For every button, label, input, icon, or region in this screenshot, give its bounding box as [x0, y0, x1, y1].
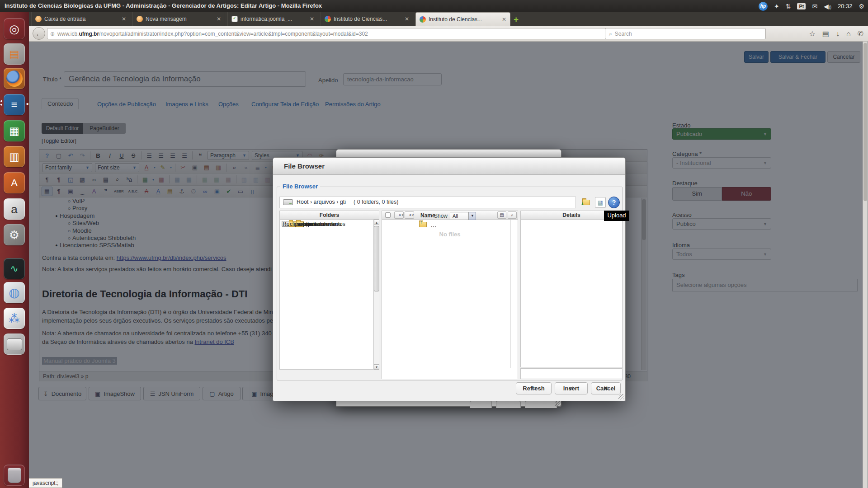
view-list-icon[interactable]: ▤ — [497, 211, 506, 219]
browser-scrollbar[interactable] — [863, 42, 868, 488]
tab-close-icon[interactable]: ✕ — [217, 16, 221, 22]
bookmark-star-icon[interactable]: ☆ — [809, 29, 815, 38]
launcher-item-amazon[interactable]: a — [4, 198, 25, 220]
upload-tooltip: Upload — [604, 211, 629, 221]
launcher-item-libreoffice-writer[interactable]: ≡ — [4, 94, 25, 115]
amazon-icon: a — [11, 203, 17, 215]
network-nodes-icon: ⁂ — [9, 313, 20, 324]
back-button[interactable]: ← — [33, 27, 45, 40]
volume-icon[interactable]: ◀)) — [824, 3, 831, 10]
unity-launcher: ◂◂ ◂ ◎▤≡▦▥Aa⚙∿◍⁂ — [0, 12, 29, 488]
hard-disk-icon — [7, 338, 22, 350]
new-folder-button[interactable]: + — [580, 197, 591, 208]
name-column-header[interactable]: Name — [420, 212, 435, 219]
browser-status-text: javascript:; — [29, 478, 62, 488]
clock[interactable]: 20:32 — [838, 3, 853, 9]
launcher-item-trash[interactable] — [4, 465, 25, 486]
bookmarks-panel-icon[interactable]: ▤ — [822, 29, 829, 38]
home-icon[interactable]: ⌂ — [846, 30, 851, 38]
scroll-down-icon[interactable]: ▼ — [374, 364, 379, 370]
browser-tab[interactable]: Caixa de entrada ✕ — [31, 12, 130, 26]
scroll-up-icon[interactable]: ▲ — [374, 220, 379, 225]
search-bar[interactable]: ⌕ Search — [605, 28, 766, 39]
launcher-item-libreoffice-impress[interactable]: ▥ — [4, 146, 25, 167]
breadcrumb[interactable]: Root › arquivos › gti — [297, 199, 346, 205]
launcher-item-network-nodes[interactable]: ⁂ — [4, 308, 25, 329]
folder-up-label[interactable]: ... — [431, 222, 437, 229]
modal-titlebar[interactable] — [273, 158, 625, 175]
insert-button[interactable]: ✔Insert — [555, 382, 588, 394]
launcher-item-libreoffice-calc[interactable]: ▦ — [4, 120, 25, 141]
tree-scrollbar[interactable]: ▲ ▼ — [373, 220, 379, 370]
nav-icons: ☆▤↓⌂✆ — [809, 26, 863, 42]
session-gear-icon[interactable]: ⚙ — [859, 3, 864, 10]
browser-tab[interactable]: Instituto de Ciencias... ✕ — [321, 12, 413, 26]
details-panel: Details — [520, 211, 623, 367]
file-archiver-icon: ▤ — [9, 49, 19, 60]
files-footer — [382, 368, 518, 379]
tab-close-icon[interactable]: ✕ — [502, 16, 506, 23]
hidden-dialog-button — [470, 401, 492, 408]
window-title: Instituto de Ciencias Biologicas da UFMG… — [5, 2, 322, 9]
upload-button[interactable]: ▤ ↑ — [595, 197, 606, 208]
folders-panel: Folders −Root−arquivos+academicoeeventos… — [279, 211, 379, 370]
tab-close-icon[interactable]: ✕ — [122, 16, 126, 22]
launcher-item-system-monitor[interactable]: ∿ — [4, 258, 25, 279]
mail-icon[interactable]: ✉ — [812, 3, 817, 10]
launcher-item-hard-disk[interactable] — [4, 333, 25, 355]
updown-arrows-icon[interactable]: ⇅ — [786, 3, 791, 10]
browser-tab[interactable]: informatica:joomla_... ✕ — [227, 12, 318, 26]
modal-title: File Browser — [284, 162, 325, 170]
launcher-item-firefox[interactable] — [4, 68, 25, 89]
tab-favicon-joomla — [420, 16, 426, 23]
show-select-arrow[interactable]: ▼ — [469, 212, 476, 220]
modal-resize-grip[interactable] — [618, 394, 624, 399]
jce-dialog-titlebar — [336, 150, 561, 158]
libreoffice-writer-icon: ≡ — [11, 99, 17, 110]
show-select[interactable]: All — [450, 212, 469, 220]
browser-tab[interactable]: Nova mensagem ✕ — [132, 12, 225, 26]
cancel-modal-button[interactable]: ✖Cancel — [591, 382, 621, 394]
dialog-resize-grip[interactable] — [555, 401, 561, 407]
tree-row-cliparts[interactable]: +cliparts — [280, 220, 289, 229]
refresh-button[interactable]: ↻Refresh — [516, 382, 552, 394]
launcher-item-chromium[interactable]: ◍ — [4, 282, 25, 303]
chromium-icon: ◍ — [9, 286, 19, 299]
new-tab-button[interactable]: + — [514, 14, 519, 24]
tab-favicon-mail-orange — [35, 16, 42, 22]
url-bar[interactable]: ⊕ www.icb.ufmg.br/novoportal/administrat… — [47, 28, 630, 39]
sort-az-button[interactable]: a·z↓ — [394, 211, 404, 219]
tab-close-icon[interactable]: ✕ — [310, 16, 314, 22]
downloads-icon[interactable]: ↓ — [836, 30, 840, 38]
search-placeholder: Search — [615, 31, 632, 37]
launcher-item-file-archiver[interactable]: ▤ — [4, 43, 25, 65]
keyboard-layout-indicator[interactable]: Pt — [797, 3, 806, 9]
folders-header: Folders — [280, 211, 379, 220]
file-browser-modal: File Browser File Browser Root › arquivo… — [273, 157, 626, 401]
hidden-dialog-button — [525, 401, 557, 408]
system-tray: hp ✦ ⇅ Pt ✉ ◀)) 20:32 ⚙ — [759, 0, 864, 12]
url-text[interactable]: www.icb.ufmg.br/novoportal/administrator… — [57, 31, 616, 37]
chat-icon[interactable]: ✆ — [858, 29, 863, 38]
system-settings-icon: ⚙ — [9, 229, 19, 241]
hidden-dialog-button — [496, 401, 521, 408]
search-files-icon[interactable]: ⌕ — [508, 211, 517, 219]
scroll-thumb[interactable] — [374, 226, 379, 291]
launcher-item-system-settings[interactable]: ⚙ — [4, 224, 25, 245]
tab-favicon-wiki — [231, 16, 238, 22]
tab-close-icon[interactable]: ✕ — [405, 16, 409, 22]
software-center-icon: A — [11, 178, 18, 188]
firefox-running-pips: ◂◂ — [0, 99, 2, 106]
help-button[interactable]: ? — [608, 197, 620, 208]
launcher-item-ubuntu-dash[interactable]: ◎ — [4, 18, 25, 39]
browser-nav-bar: ← ⊕ www.icb.ufmg.br/novoportal/administr… — [29, 26, 868, 42]
tab-favicon-mail-orange — [137, 16, 143, 22]
firefox-icon — [6, 70, 23, 87]
launcher-item-software-center[interactable]: A — [4, 172, 25, 193]
sort-az-ext-button[interactable]: a·z↓ — [405, 211, 414, 219]
select-all-checkbox[interactable] — [385, 212, 391, 218]
browser-tab[interactable]: Instituto de Ciencias... ✕ — [415, 12, 510, 26]
site-identity-icon[interactable]: ⊕ — [50, 31, 55, 37]
input-pointer-icon[interactable]: ✦ — [774, 3, 779, 10]
libreoffice-impress-icon: ▥ — [9, 151, 19, 162]
